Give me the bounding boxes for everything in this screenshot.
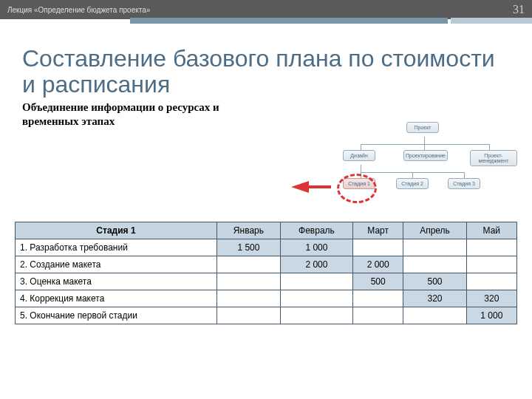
cost-cell: 1 000 <box>466 307 516 324</box>
org-node-engineering: Проектирование <box>403 150 448 161</box>
lecture-title: Лекция «Определение бюджета проекта» <box>7 6 150 14</box>
cost-table-body: 1. Разработка требований1 5001 0002. Соз… <box>16 239 517 324</box>
col-month: Апрель <box>403 222 466 239</box>
cost-cell: 1 500 <box>216 239 280 256</box>
org-node-stage1: Стадия 1 <box>343 178 375 189</box>
arrow-icon <box>291 181 309 193</box>
accent-divider <box>0 18 532 24</box>
cost-cell <box>466 239 516 256</box>
cost-cell <box>353 307 403 324</box>
col-month: Февраль <box>280 222 352 239</box>
cost-cell <box>403 307 466 324</box>
cost-cell: 500 <box>353 273 403 290</box>
row-label: 3. Оценка макета <box>16 273 217 290</box>
col-stage: Стадия 1 <box>16 222 217 239</box>
cost-cell <box>466 273 516 290</box>
cost-cell <box>403 239 466 256</box>
org-root: Проект <box>406 122 439 133</box>
org-node-design: Дизайн <box>343 150 375 161</box>
slide-subtitle: Объединение информации о ресурсах и врем… <box>22 100 259 129</box>
header-bar: Лекция «Определение бюджета проекта» 31 <box>0 0 532 19</box>
cost-cell <box>216 256 280 273</box>
row-label: 1. Разработка требований <box>16 239 217 256</box>
cost-cell <box>280 273 352 290</box>
row-label: 5. Окончание первой стадии <box>16 307 217 324</box>
cost-cell <box>216 290 280 307</box>
cost-cell <box>353 290 403 307</box>
org-chart: Проект Дизайн Проектирование Проект-мене… <box>332 122 517 211</box>
cost-cell: 1 000 <box>280 239 352 256</box>
org-node-stage3: Стадия 3 <box>448 178 480 189</box>
row-label: 2. Создание макета <box>16 256 217 273</box>
cost-cell: 500 <box>403 273 466 290</box>
cost-cell: 320 <box>403 290 466 307</box>
row-label: 4. Коррекция макета <box>16 290 217 307</box>
cost-cell <box>216 307 280 324</box>
cost-cell: 2 000 <box>280 256 352 273</box>
cost-table: Стадия 1 Январь Февраль Март Апрель Май … <box>15 222 517 324</box>
cost-cell <box>280 307 352 324</box>
cost-cell <box>353 239 403 256</box>
cost-cell <box>403 256 466 273</box>
cost-cell <box>280 290 352 307</box>
page-number: 31 <box>513 3 525 16</box>
col-month: Март <box>353 222 403 239</box>
col-month: Январь <box>216 222 280 239</box>
org-node-stage2: Стадия 2 <box>396 178 429 189</box>
cost-cell <box>216 273 280 290</box>
org-node-pm: Проект-менеджмент <box>470 150 517 166</box>
cost-cell: 2 000 <box>353 256 403 273</box>
col-month: Май <box>466 222 516 239</box>
cost-cell: 320 <box>466 290 516 307</box>
slide-title: Составление базового плана по стоимости … <box>22 46 510 98</box>
cost-cell <box>466 256 516 273</box>
